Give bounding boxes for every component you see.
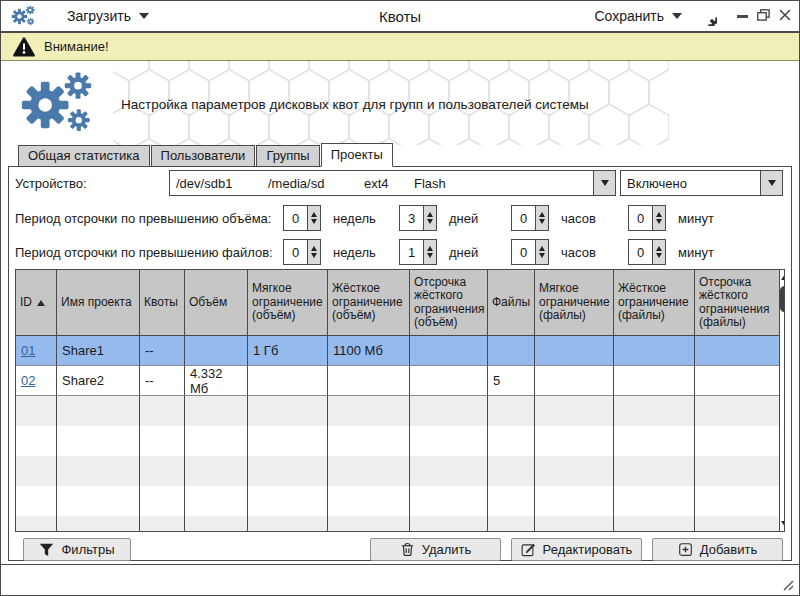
resize-grip[interactable] xyxy=(781,578,794,591)
titlebar: Загрузить Квоты Сохранить xyxy=(1,1,799,33)
table-row[interactable]: 02 Share2 -- 4.332 Мб 5 xyxy=(16,366,779,396)
close-icon xyxy=(779,9,791,21)
spinner-arrows-icon[interactable] xyxy=(307,240,320,264)
volume-weeks-spinner[interactable]: 0 xyxy=(283,205,321,231)
save-menu-button[interactable]: Сохранить xyxy=(594,8,682,24)
table-row[interactable]: 01 Share1 -- 1 Гб 1100 Мб xyxy=(16,336,779,366)
table-scrollbar[interactable] xyxy=(779,270,785,531)
chevron-down-icon xyxy=(601,180,609,186)
col-header-hard-limit-volume[interactable]: Жёсткое ограничение (объём) xyxy=(328,270,410,336)
plus-square-icon xyxy=(678,542,693,557)
files-days-spinner[interactable]: 1 xyxy=(399,239,437,265)
chevron-up-icon xyxy=(781,274,786,280)
chevron-down-icon xyxy=(139,13,149,19)
table-cell xyxy=(410,366,488,396)
volume-days-spinner[interactable]: 3 xyxy=(399,205,437,231)
filter-icon xyxy=(39,543,54,557)
col-header-quotas[interactable]: Квоты xyxy=(140,270,185,336)
actions-bar: Фильтры Удалить xyxy=(15,538,785,561)
col-header-volume[interactable]: Объём xyxy=(185,270,248,336)
weeks-unit-label: недель xyxy=(333,211,388,226)
device-select[interactable]: /dev/sdb1 /media/sd ext4 Flash xyxy=(169,170,616,196)
close-button[interactable] xyxy=(779,7,791,25)
save-menu-label: Сохранить xyxy=(594,8,664,24)
empty-table-row xyxy=(16,426,779,456)
settings-gear-icon[interactable] xyxy=(698,7,717,26)
device-volume-label: Flash xyxy=(414,176,446,191)
sort-asc-icon xyxy=(37,300,45,306)
add-button[interactable]: Добавить xyxy=(652,538,783,561)
tab-groups[interactable]: Группы xyxy=(256,145,319,167)
tab-projects[interactable]: Проекты xyxy=(321,143,393,167)
load-menu-button[interactable]: Загрузить xyxy=(67,8,149,24)
edit-button[interactable]: Редактировать xyxy=(511,538,642,561)
filters-button[interactable]: Фильтры xyxy=(23,538,131,561)
spinner-arrows-icon[interactable] xyxy=(652,206,665,230)
scroll-thumb[interactable] xyxy=(780,286,785,312)
files-hours-spinner[interactable]: 0 xyxy=(511,239,549,265)
quota-status-value: Включено xyxy=(627,176,687,191)
col-header-hard-limit-files[interactable]: Жёсткое ограничение (файлы) xyxy=(614,270,695,336)
col-header-grace-files[interactable]: Отсрочка жёсткого ограничения (файлы) xyxy=(695,270,779,336)
grace-volume-row: Период отсрочки по превышению объёма: 0 … xyxy=(15,205,785,231)
table-cell: Share1 xyxy=(57,336,140,366)
quota-status-select[interactable]: Включено xyxy=(620,170,783,196)
status-bar xyxy=(1,564,799,595)
tab-general-stats[interactable]: Общая статистика xyxy=(18,145,150,167)
col-header-id[interactable]: ID xyxy=(16,270,57,336)
spinner-arrows-icon[interactable] xyxy=(652,240,665,264)
page-title: Квоты xyxy=(379,8,421,25)
minutes-unit-label: минут xyxy=(678,211,733,226)
spinner-arrows-icon[interactable] xyxy=(423,206,436,230)
table-cell: 1100 Мб xyxy=(328,336,410,366)
table-cell xyxy=(695,366,779,396)
project-id-link[interactable]: 02 xyxy=(21,373,35,388)
table-cell xyxy=(695,336,779,366)
col-header-project-name[interactable]: Имя проекта xyxy=(57,270,140,336)
table-cell xyxy=(328,366,410,396)
volume-hours-spinner[interactable]: 0 xyxy=(511,205,549,231)
table-header-row: ID Имя проекта Квоты Объём Мягкое ограни… xyxy=(16,270,779,336)
spinner-arrows-icon[interactable] xyxy=(423,240,436,264)
volume-minutes-spinner[interactable]: 0 xyxy=(628,205,666,231)
col-header-soft-limit-files[interactable]: Мягкое ограничение (файлы) xyxy=(535,270,614,336)
device-select-arrow-button[interactable] xyxy=(593,171,615,195)
project-id-link[interactable]: 01 xyxy=(21,343,35,358)
col-header-grace-volume[interactable]: Отсрочка жёсткого ограничения (объём) xyxy=(410,270,488,336)
empty-table-row xyxy=(16,486,779,516)
grace-files-label: Период отсрочки по превышению файлов: xyxy=(15,245,275,260)
files-minutes-spinner[interactable]: 0 xyxy=(628,239,666,265)
table-cell xyxy=(248,366,328,396)
scroll-down-button[interactable] xyxy=(780,517,785,531)
tab-users[interactable]: Пользователи xyxy=(151,145,256,167)
days-unit-label: дней xyxy=(449,245,504,260)
grace-files-row: Период отсрочки по превышению файлов: 0 … xyxy=(15,239,785,265)
spinner-arrows-icon[interactable] xyxy=(535,206,548,230)
tab-bar: Общая статистика Пользователи Группы Про… xyxy=(1,145,799,167)
maximize-button[interactable] xyxy=(757,7,770,25)
files-weeks-spinner[interactable]: 0 xyxy=(283,239,321,265)
quota-status-arrow-button[interactable] xyxy=(760,171,782,195)
app-logo-gears-icon xyxy=(11,4,39,29)
table-cell: 4.332 Мб xyxy=(185,366,248,396)
col-header-soft-limit-volume[interactable]: Мягкое ограничение (объём) xyxy=(248,270,328,336)
table-cell: -- xyxy=(140,366,185,396)
trash-icon xyxy=(400,542,415,557)
col-header-files[interactable]: Файлы xyxy=(488,270,535,336)
table-cell: -- xyxy=(140,336,185,366)
projects-panel: Устройство: /dev/sdb1 /media/sd ext4 Fla… xyxy=(8,166,792,561)
delete-button[interactable]: Удалить xyxy=(370,538,501,561)
warning-text: Внимание! xyxy=(44,39,109,54)
device-label: Устройство: xyxy=(15,176,161,191)
gears-illustration-icon xyxy=(19,68,105,142)
table-cell: 1 Гб xyxy=(248,336,328,366)
device-fstype: ext4 xyxy=(364,176,414,191)
chevron-down-icon xyxy=(781,521,786,527)
spinner-arrows-icon[interactable] xyxy=(307,206,320,230)
minutes-unit-label: минут xyxy=(678,245,733,260)
table-cell xyxy=(614,366,695,396)
minimize-button[interactable] xyxy=(737,15,748,18)
spinner-arrows-icon[interactable] xyxy=(535,240,548,264)
scroll-up-button[interactable] xyxy=(780,270,785,284)
hours-unit-label: часов xyxy=(561,211,616,226)
